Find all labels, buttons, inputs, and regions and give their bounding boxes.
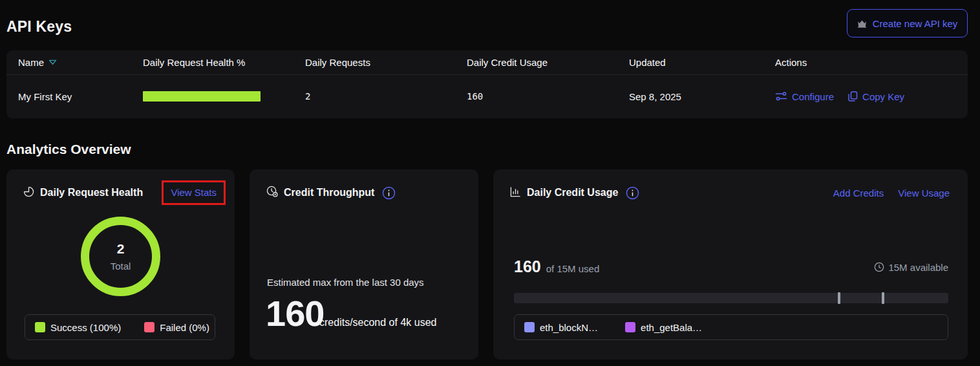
key-name-cell: My First Key xyxy=(6,91,143,102)
crown-icon xyxy=(857,19,867,28)
bar-chart-icon xyxy=(510,186,521,200)
info-icon[interactable] xyxy=(626,186,639,200)
health-legend: Success (100%) Failed (0%) xyxy=(25,314,215,340)
eth-blocknumber-label: eth_blockN… xyxy=(540,322,598,333)
copy-icon xyxy=(848,91,858,102)
copy-key-label: Copy Key xyxy=(862,91,904,102)
column-header-name-label: Name xyxy=(18,57,44,68)
credit-throughput-title: Credit Throughput xyxy=(284,187,374,199)
copy-key-link[interactable]: Copy Key xyxy=(848,91,904,102)
pie-chart-icon xyxy=(23,186,34,200)
dashboard-page: API Keys Create new API key Name Daily R… xyxy=(0,0,980,366)
usage-legend: eth_blockN… eth_getBala… xyxy=(514,314,948,340)
success-swatch xyxy=(35,322,45,332)
updated-cell: Sep 8, 2025 xyxy=(629,91,775,102)
credit-throughput-card: Credit Throughput Estimated max from the… xyxy=(250,169,478,360)
available-indicator: 15M available xyxy=(874,262,948,273)
success-label: Success (100%) xyxy=(50,322,121,333)
failed-swatch xyxy=(144,322,154,332)
legend-item-eth-getbalance: eth_getBala… xyxy=(625,322,702,333)
column-header-requests: Daily Requests xyxy=(305,57,467,68)
info-icon[interactable] xyxy=(382,186,396,200)
daily-credit-usage-cell: 160 xyxy=(467,91,629,102)
usage-of-total-label: of 15M used xyxy=(546,263,600,274)
analytics-overview-title: Analytics Overview xyxy=(6,142,131,157)
daily-credit-usage-card: Daily Credit Usage Add Credits View Usag… xyxy=(493,169,968,360)
page-title: API Keys xyxy=(6,18,72,36)
analytics-cards: Daily Request Health View Stats 2 Total … xyxy=(6,169,968,360)
throughput-subtitle: Estimated max from the last 30 days xyxy=(267,277,424,288)
credit-throughput-header: Credit Throughput xyxy=(250,178,478,207)
eth-getbalance-label: eth_getBala… xyxy=(641,322,702,333)
add-credits-link[interactable]: Add Credits xyxy=(833,188,884,199)
column-header-name[interactable]: Name xyxy=(6,57,143,68)
usage-links: Add Credits View Usage xyxy=(833,188,959,199)
eth-blocknumber-swatch xyxy=(524,322,535,332)
daily-credit-usage-header: Daily Credit Usage Add Credits View Usag… xyxy=(493,178,968,207)
create-api-key-button[interactable]: Create new API key xyxy=(847,9,968,38)
usage-summary-row: 160 of 15M used 15M available xyxy=(514,257,948,276)
health-bar xyxy=(143,91,261,102)
throughput-unit: credits/second of 4k used xyxy=(319,317,436,328)
daily-request-health-header: Daily Request Health View Stats xyxy=(6,178,235,207)
health-donut-chart: 2 Total xyxy=(81,217,160,296)
column-header-credit-usage: Daily Credit Usage xyxy=(467,57,629,68)
failed-label: Failed (0%) xyxy=(160,322,209,333)
progress-marker xyxy=(838,292,840,304)
configure-link[interactable]: Configure xyxy=(775,91,834,102)
api-keys-header: API Keys Create new API key xyxy=(0,0,980,40)
throughput-gauge-icon xyxy=(266,186,278,200)
view-stats-link[interactable]: View Stats xyxy=(171,187,217,198)
sort-icon[interactable] xyxy=(48,59,57,65)
key-health-cell xyxy=(143,91,305,102)
donut-total-label: Total xyxy=(111,261,131,272)
health-donut-wrap: 2 Total xyxy=(6,217,235,296)
daily-credit-usage-title: Daily Credit Usage xyxy=(527,187,618,199)
legend-item-success: Success (100%) xyxy=(35,322,121,333)
throughput-value: 160 xyxy=(266,292,324,334)
clock-icon xyxy=(874,262,884,272)
daily-requests-cell: 2 xyxy=(305,91,467,102)
daily-request-health-title: Daily Request Health xyxy=(40,187,143,199)
legend-item-failed: Failed (0%) xyxy=(144,322,209,333)
column-header-actions: Actions xyxy=(775,57,968,68)
legend-item-eth-blocknumber: eth_blockN… xyxy=(524,322,598,333)
column-header-updated: Updated xyxy=(629,57,775,68)
daily-request-health-card: Daily Request Health View Stats 2 Total … xyxy=(6,169,235,360)
actions-cell: Configure Copy Key xyxy=(775,91,968,102)
table-row: My First Key 2 160 Sep 8, 2025 Configure… xyxy=(6,75,968,118)
usage-value: 160 xyxy=(514,257,541,276)
sliders-icon xyxy=(775,92,787,101)
progress-marker xyxy=(882,292,884,304)
donut-total-value: 2 xyxy=(117,241,125,257)
table-header-row: Name Daily Request Health % Daily Reques… xyxy=(6,50,968,75)
create-api-key-label: Create new API key xyxy=(873,18,958,29)
configure-label: Configure xyxy=(792,91,834,102)
eth-getbalance-swatch xyxy=(625,322,635,332)
column-header-health: Daily Request Health % xyxy=(143,57,305,68)
available-label: 15M available xyxy=(888,262,948,273)
annotation-highlight-box: View Stats xyxy=(162,180,226,205)
api-keys-table: Name Daily Request Health % Daily Reques… xyxy=(6,50,968,118)
view-usage-link[interactable]: View Usage xyxy=(898,188,950,199)
credit-usage-progress-bar xyxy=(514,293,948,303)
